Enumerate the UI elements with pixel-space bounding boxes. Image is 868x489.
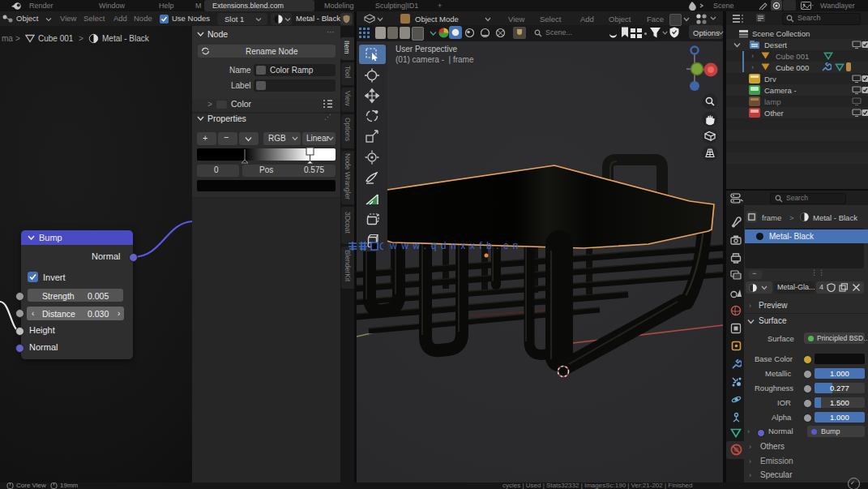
svg-text:C: C: [379, 241, 383, 251]
